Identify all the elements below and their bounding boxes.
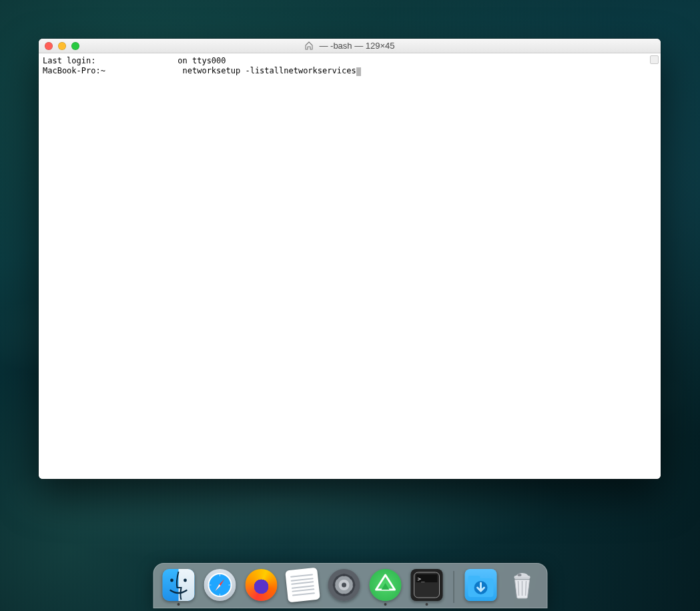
finder-icon — [162, 569, 194, 601]
dock-separator — [453, 571, 454, 603]
downloads-icon — [464, 569, 496, 601]
svg-point-17 — [332, 584, 335, 586]
traffic-lights — [39, 42, 79, 50]
svg-point-15 — [342, 594, 345, 596]
dock-item-trash[interactable] — [506, 569, 538, 606]
running-indicator — [177, 603, 180, 606]
svg-point-14 — [350, 591, 352, 594]
dock-item-downloads[interactable] — [464, 569, 496, 606]
terminal-line-1: Last login: on ttys000 — [43, 56, 657, 66]
safari-icon — [204, 569, 236, 601]
dock-tray: >_ — [153, 563, 547, 608]
svg-point-18 — [335, 576, 338, 579]
svg-point-1 — [184, 579, 187, 582]
svg-point-12 — [350, 576, 352, 579]
svg-point-16 — [335, 591, 338, 594]
terminal-icon: >_ — [410, 569, 442, 601]
svg-marker-22 — [381, 583, 389, 590]
svg-point-13 — [352, 584, 355, 586]
dock: >_ — [153, 560, 547, 608]
textedit-icon — [285, 568, 320, 603]
dock-item-finder[interactable] — [162, 569, 194, 606]
svg-point-33 — [517, 574, 521, 576]
dock-item-settings[interactable] — [328, 569, 360, 606]
svg-point-0 — [170, 579, 173, 582]
maximize-button[interactable] — [71, 42, 79, 50]
svg-rect-27 — [468, 576, 480, 581]
dock-item-textedit[interactable] — [286, 569, 318, 606]
terminal-cursor — [356, 67, 361, 76]
svg-point-20 — [342, 583, 346, 588]
scrollbar[interactable] — [650, 55, 659, 64]
firefox-icon — [245, 569, 277, 601]
titlebar[interactable]: — -bash — 129×45 — [39, 39, 661, 53]
running-indicator — [425, 603, 428, 606]
dock-item-proton[interactable] — [369, 569, 401, 606]
terminal-body[interactable]: Last login: on ttys000 MacBook-Pro:~ net… — [39, 53, 661, 479]
close-button[interactable] — [45, 42, 53, 50]
svg-line-30 — [518, 581, 518, 596]
svg-line-32 — [525, 581, 526, 596]
dock-item-safari[interactable] — [204, 569, 236, 606]
dock-item-firefox[interactable] — [245, 569, 277, 606]
terminal-prompt: MacBook-Pro:~ — [43, 66, 178, 75]
home-icon — [304, 41, 314, 50]
desktop: { "window": { "title": "— -bash — 129×45… — [0, 0, 700, 611]
trash-icon — [506, 569, 538, 601]
terminal-command: networksetup -listallnetworkservices — [178, 66, 356, 75]
terminal-line-2: MacBook-Pro:~ networksetup -listallnetwo… — [43, 66, 657, 76]
settings-icon — [328, 569, 360, 601]
running-indicator — [384, 603, 386, 606]
proton-icon — [369, 569, 401, 601]
window-title: — -bash — 129×45 — [319, 41, 394, 51]
minimize-button[interactable] — [58, 42, 66, 50]
dock-item-terminal[interactable]: >_ — [410, 569, 442, 606]
svg-text:>_: >_ — [417, 576, 424, 582]
terminal-window[interactable]: — -bash — 129×45 Last login: on ttys000 … — [39, 39, 661, 479]
svg-point-11 — [342, 574, 345, 576]
